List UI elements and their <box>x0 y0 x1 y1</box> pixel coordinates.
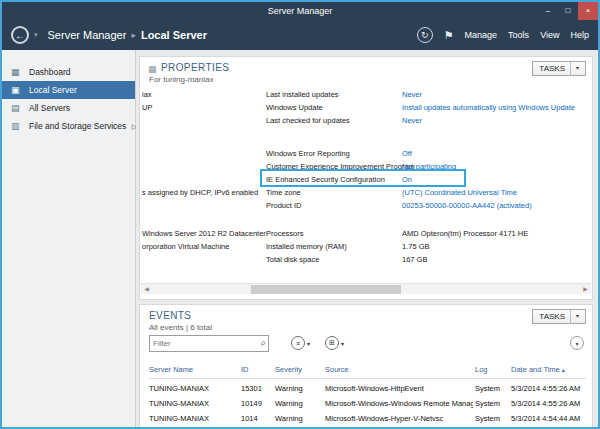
column-header-severity[interactable]: Severity <box>275 363 323 377</box>
sidebar-item-label: All Servers <box>29 103 70 113</box>
saved-queries-button[interactable]: ⊞ ▾ <box>325 336 344 350</box>
column-header-source[interactable]: Source <box>325 363 473 377</box>
property-value: AMD Opteron(tm) Processor 4171 HE <box>402 228 528 240</box>
filter-list-icon: ≡ <box>291 336 305 350</box>
scrollbar-thumb[interactable] <box>251 285 401 294</box>
notifications-flag-button[interactable]: ⚑ <box>444 29 454 42</box>
column-header-server-name[interactable]: Server Name <box>149 363 237 377</box>
property-value-link[interactable]: Never <box>402 115 422 127</box>
property-label: Windows Error Reporting <box>266 148 350 160</box>
menu-help[interactable]: Help <box>570 30 589 40</box>
events-subtitle: All events | 6 total <box>149 323 212 332</box>
property-row: Product ID 00253-50000-00000-AA442 (acti… <box>140 200 592 212</box>
events-tasks-button[interactable]: TASKS ▾ <box>532 309 586 324</box>
property-row: Last checked for updates Never <box>140 115 592 127</box>
chevron-down-icon: ▾ <box>575 340 578 347</box>
storage-icon: ▥ <box>11 117 20 135</box>
property-value-link[interactable]: (UTC) Coordinated Universal Time <box>402 187 517 199</box>
sidebar: ▦ Dashboard ▣ Local Server ▤ All Servers… <box>2 50 136 427</box>
property-label: Windows Update <box>266 102 323 114</box>
sidebar-item-label: File and Storage Services <box>29 121 126 131</box>
properties-panel: ▦ PROPERTIES For tuning-maniax TASKS ▾ i… <box>139 56 593 300</box>
filter-box: ⌕ <box>149 335 269 352</box>
event-source-cell: Microsoft-Windows-Hyper-V-Netvsc <box>325 412 473 426</box>
column-header-date-time-label: Date and Time <box>511 365 560 374</box>
events-filter-input[interactable] <box>150 336 252 351</box>
sidebar-item-label: Local Server <box>29 85 77 95</box>
properties-horizontal-scrollbar[interactable]: ◀ ▶ <box>141 283 591 294</box>
menu-tools[interactable]: Tools <box>508 30 529 40</box>
sidebar-item-dashboard[interactable]: ▦ Dashboard <box>2 63 135 81</box>
maximize-button[interactable]: □ <box>558 2 578 20</box>
chevron-down-icon: ▾ <box>307 340 310 347</box>
titlebar[interactable]: Server Manager – □ × <box>2 2 598 20</box>
property-left-value: orporation Virtual Machine <box>142 241 229 253</box>
sort-ascending-icon: ▴ <box>562 367 565 373</box>
property-value-link[interactable]: Not participating <box>402 161 456 173</box>
event-server-cell: TUNING-MANIAX <box>149 382 237 396</box>
chevron-down-icon: ▾ <box>570 310 579 323</box>
chevron-down-icon: ▾ <box>570 62 579 75</box>
properties-title: PROPERTIES <box>161 62 229 73</box>
sidebar-item-label: Dashboard <box>29 67 71 77</box>
event-source-cell: Microsoft-Windows-HttpEvent <box>325 382 473 396</box>
sidebar-item-local-server[interactable]: ▣ Local Server <box>2 81 135 99</box>
property-row: UP Windows Update Install updates automa… <box>140 102 592 114</box>
menu-view[interactable]: View <box>540 30 559 40</box>
sidebar-item-file-storage-services[interactable]: ▥ File and Storage Services ▷ <box>2 117 135 135</box>
scroll-left-icon[interactable]: ◀ <box>141 284 152 294</box>
sidebar-item-all-servers[interactable]: ▤ All Servers <box>2 99 135 117</box>
property-value: 1.75 GB <box>402 241 430 253</box>
property-row: Customer Experience Improvement Program … <box>140 161 592 173</box>
event-row[interactable]: TUNING-MANIAX 1014 Warning Microsoft-Win… <box>149 412 586 426</box>
window-title: Server Manager <box>2 2 598 20</box>
property-label: Last installed updates <box>266 89 339 101</box>
server-icon: ▣ <box>11 81 20 99</box>
event-id-cell: 10149 <box>241 397 273 411</box>
navigation-bar: ← ▾ Server Manager ▸ Local Server ↻ ⚑ Ma… <box>2 20 598 50</box>
breadcrumb-current: Local Server <box>141 29 207 41</box>
search-icon[interactable]: ⌕ <box>260 337 266 349</box>
refresh-icon: ↻ <box>421 30 429 40</box>
column-header-log[interactable]: Log <box>475 363 509 377</box>
event-row[interactable]: TUNING-MANIAX 15301 Warning Microsoft-Wi… <box>149 382 586 396</box>
breadcrumb-root[interactable]: Server Manager <box>48 29 127 41</box>
property-row: orporation Virtual Machine Installed mem… <box>140 241 592 253</box>
property-label: Last checked for updates <box>266 115 350 127</box>
property-label: Time zone <box>266 187 301 199</box>
back-history-dropdown[interactable]: ▾ <box>34 31 38 39</box>
back-button[interactable]: ← <box>11 26 29 44</box>
property-value-link[interactable]: 00253-50000-00000-AA442 (activated) <box>402 200 532 212</box>
events-filter-row: ⌕ ≡ ▾ ⊞ ▾ ▾ <box>149 335 586 353</box>
property-label: Installed memory (RAM) <box>266 241 347 253</box>
menu-manage[interactable]: Manage <box>465 30 498 40</box>
scroll-right-icon[interactable]: ▶ <box>580 284 591 294</box>
refresh-button[interactable]: ↻ <box>417 27 433 43</box>
column-header-id[interactable]: ID <box>241 363 273 377</box>
property-value-link[interactable]: On <box>402 174 412 186</box>
events-title: EVENTS <box>149 310 191 321</box>
close-button[interactable]: × <box>578 2 598 20</box>
properties-tasks-button[interactable]: TASKS ▾ <box>532 61 586 76</box>
events-table: Server Name ID Severity Source Log Date … <box>149 363 586 428</box>
server-manager-window: Server Manager – □ × ← ▾ Server Manager … <box>0 0 600 429</box>
event-row[interactable]: TUNING-MANIAX 10149 Warning Microsoft-Wi… <box>149 397 586 411</box>
event-id-cell: 15301 <box>241 382 273 396</box>
minimize-button[interactable]: – <box>538 2 558 20</box>
property-left-value: s assigned by DHCP, IPv6 enabled <box>142 187 258 199</box>
events-table-header: Server Name ID Severity Source Log Date … <box>149 363 586 377</box>
property-left-value: iax <box>142 89 152 101</box>
property-label: IE Enhanced Security Configuration <box>266 174 385 186</box>
property-value-link[interactable]: Never <box>402 89 422 101</box>
filter-criteria-button[interactable]: ≡ ▾ <box>291 336 310 350</box>
property-value-link[interactable]: Off <box>402 148 412 160</box>
property-value-link[interactable]: Install updates automatically using Wind… <box>402 102 575 114</box>
column-header-date-time[interactable]: Date and Time▴ <box>511 363 589 377</box>
property-row-ie-esc: IE Enhanced Security Configuration On <box>140 174 592 186</box>
properties-subtitle: For tuning-maniax <box>149 75 213 84</box>
event-datetime-cell: 5/3/2014 4:55:26 AM <box>511 397 589 411</box>
flag-icon: ⚑ <box>444 29 454 41</box>
tasks-label: TASKS <box>539 310 565 323</box>
collapse-events-button[interactable]: ▾ <box>570 336 584 350</box>
event-server-cell: TUNING-MANIAX <box>149 397 237 411</box>
